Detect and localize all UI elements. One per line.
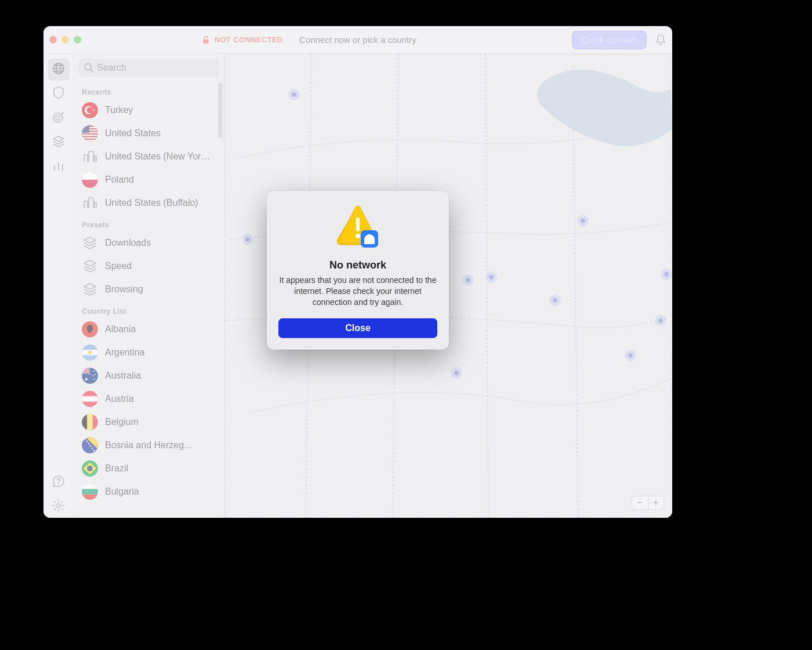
- svg-rect-61: [82, 489, 98, 494]
- recent-item[interactable]: Poland: [74, 168, 224, 191]
- window-zoom-button[interactable]: [74, 36, 81, 43]
- svg-point-84: [292, 92, 296, 97]
- app-window: NOT CONNECTED Connect now or pick a coun…: [44, 26, 672, 518]
- svg-rect-41: [82, 396, 98, 401]
- window-close-button[interactable]: [49, 36, 57, 43]
- nav-globe[interactable]: [48, 59, 70, 81]
- window-minimize-button[interactable]: [61, 36, 69, 43]
- city-icon: [82, 148, 98, 165]
- help-icon: [52, 474, 66, 491]
- scrollbar[interactable]: [218, 83, 223, 138]
- titlebar-message: Connect now or pick a country: [299, 35, 416, 45]
- nav-target[interactable]: [48, 107, 70, 129]
- svg-point-38: [85, 378, 88, 380]
- dialog-close-button[interactable]: Close: [278, 318, 437, 338]
- list-item-label: Belgium: [105, 417, 139, 427]
- dialog-message: It appears that you are not connected to…: [278, 275, 437, 308]
- list-item-label: Speed: [105, 261, 132, 271]
- dialog-title: No network: [329, 259, 386, 271]
- svg-point-72: [553, 298, 557, 303]
- connection-status: NOT CONNECTED: [194, 30, 291, 50]
- target-icon: [52, 110, 66, 126]
- nav-settings[interactable]: [48, 496, 70, 518]
- list-item-label: Turkey: [105, 105, 133, 115]
- preset-item[interactable]: Downloads: [74, 231, 224, 255]
- svg-point-34: [93, 371, 95, 372]
- svg-point-80: [581, 219, 585, 223]
- svg-point-6: [58, 483, 59, 484]
- country-item[interactable]: Bulgaria: [74, 480, 224, 503]
- preset-layers-icon: [82, 258, 98, 274]
- search-icon: [83, 62, 95, 76]
- recent-item[interactable]: United States (New Yor…: [74, 145, 224, 168]
- zoom-in-button[interactable]: +: [648, 496, 664, 509]
- svg-point-82: [658, 318, 663, 323]
- svg-point-30: [88, 351, 92, 354]
- list-item-label: United States (Buffalo): [105, 198, 198, 208]
- quick-connect-label: Quick connect: [582, 35, 637, 45]
- preset-layers-icon: [82, 281, 98, 297]
- svg-point-51: [88, 443, 90, 445]
- section-presets: Presets: [74, 215, 224, 231]
- svg-point-78: [664, 272, 669, 277]
- nav-help[interactable]: [48, 471, 70, 493]
- recent-item[interactable]: United States (Buffalo): [74, 191, 224, 215]
- country-item[interactable]: Brazil: [74, 457, 224, 480]
- nav-shield[interactable]: [48, 83, 70, 105]
- nav-layers[interactable]: [48, 132, 70, 154]
- svg-rect-24: [82, 180, 98, 188]
- gear-icon: [52, 499, 66, 515]
- svg-point-58: [87, 466, 93, 471]
- recent-item[interactable]: Turkey: [74, 99, 224, 122]
- list-item-label: Browsing: [105, 284, 143, 295]
- list-item-label: Bulgaria: [105, 486, 139, 497]
- svg-point-50: [86, 441, 88, 442]
- quick-connect-button[interactable]: Quick connect: [572, 31, 647, 49]
- section-countries: Country List: [74, 301, 224, 318]
- svg-point-68: [466, 278, 470, 282]
- svg-point-66: [245, 237, 250, 242]
- svg-point-8: [85, 64, 91, 70]
- country-item[interactable]: Austria: [74, 387, 224, 411]
- shield-icon: [52, 86, 65, 102]
- layers-icon: [52, 135, 66, 151]
- list-item-label: Downloads: [105, 238, 151, 248]
- svg-point-53: [92, 448, 93, 449]
- list-item-label: Bosnia and Herzeg…: [105, 440, 193, 451]
- connection-status-text: NOT CONNECTED: [215, 35, 282, 44]
- unlock-icon: [202, 35, 210, 45]
- svg-rect-18: [82, 135, 98, 136]
- list-item-label: Australia: [105, 371, 141, 381]
- list-item-label: Austria: [105, 394, 134, 404]
- nav-stats[interactable]: [48, 156, 70, 178]
- country-item[interactable]: Belgium: [74, 411, 224, 434]
- titlebar: NOT CONNECTED Connect now or pick a coun…: [44, 26, 672, 54]
- preset-item[interactable]: Browsing: [74, 278, 224, 301]
- svg-point-86: [356, 234, 360, 238]
- country-item[interactable]: Argentina: [74, 341, 224, 364]
- svg-point-36: [92, 375, 93, 376]
- map-zoom-controls: − +: [632, 496, 664, 510]
- search-field: [78, 59, 219, 77]
- country-item[interactable]: Albania: [74, 318, 224, 341]
- svg-rect-44: [87, 414, 92, 430]
- svg-rect-0: [203, 39, 209, 43]
- warning-icon: [335, 205, 380, 249]
- country-item[interactable]: Australia: [74, 364, 224, 387]
- zoom-out-button[interactable]: −: [632, 496, 648, 509]
- search-input[interactable]: [78, 59, 219, 77]
- section-recents: Recents: [74, 82, 224, 99]
- svg-rect-19: [82, 137, 98, 139]
- svg-point-54: [93, 450, 95, 452]
- bars-icon: [52, 159, 65, 175]
- svg-point-35: [95, 374, 96, 375]
- recent-item[interactable]: United States: [74, 122, 224, 145]
- country-item[interactable]: Bosnia and Herzeg…: [74, 434, 224, 457]
- list-item-label: Argentina: [105, 347, 145, 358]
- svg-point-5: [57, 117, 59, 118]
- svg-point-7: [56, 504, 60, 507]
- svg-point-52: [90, 445, 92, 447]
- bell-icon[interactable]: [655, 34, 666, 46]
- server-list-scroll[interactable]: Recents TurkeyUnited StatesUnited States…: [74, 82, 224, 518]
- preset-item[interactable]: Speed: [74, 255, 224, 278]
